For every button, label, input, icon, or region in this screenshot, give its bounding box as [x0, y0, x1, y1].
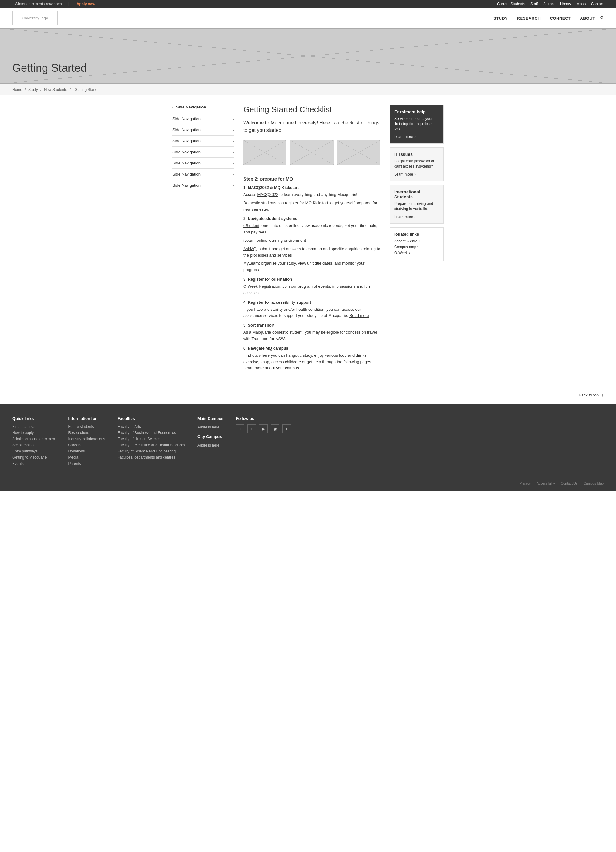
- international-students-panel: International Students Prepare for arriv…: [390, 185, 444, 224]
- related-link-oweek[interactable]: O-Week: [394, 251, 439, 255]
- international-students-text: Prepare for arriving and studying in Aus…: [394, 201, 439, 211]
- breadcrumb-sep1: /: [25, 88, 27, 92]
- contact-link[interactable]: Contact: [591, 2, 604, 6]
- sidebar-item-4-label: Side Navigation: [172, 150, 201, 154]
- footer-faculty-science[interactable]: Faculty of Science and Engineering: [117, 449, 185, 453]
- related-link-campus-map[interactable]: Campus map: [394, 245, 439, 249]
- current-students-link[interactable]: Current Students: [497, 2, 525, 6]
- footer-contact-us-link[interactable]: Contact Us: [561, 482, 578, 485]
- apply-now-link[interactable]: Apply now: [77, 2, 95, 6]
- footer-scholarships[interactable]: Scholarships: [12, 443, 56, 447]
- estudent-link[interactable]: eStudent: [243, 223, 259, 228]
- footer-faculty-human[interactable]: Faculty of Human Sciences: [117, 437, 185, 441]
- footer-faculty-business[interactable]: Faculty of Business and Economics: [117, 431, 185, 435]
- footer-faculty-medicine[interactable]: Faculty of Mediciine and Health Sciences: [117, 443, 185, 447]
- mq-kickstart-link[interactable]: MQ Kickstart: [305, 201, 328, 205]
- international-students-heading: International Students: [394, 189, 439, 199]
- main-content: Getting Started Checklist Welcome to Mac…: [243, 105, 380, 376]
- step-text-6-0: Find out where you can hangout, study, e…: [243, 352, 380, 372]
- oweek-reg-link[interactable]: O Week Registration: [243, 284, 280, 289]
- sidebar-item-3[interactable]: Side Navigation ›: [172, 136, 234, 147]
- sidebar-header[interactable]: ‹ Side Navigation: [172, 105, 234, 112]
- step2-title: Step 2: prepare for MQ: [243, 176, 380, 181]
- image-placeholder-2: [290, 140, 333, 165]
- step-item-title-3: 3. Register for orientation: [243, 277, 380, 281]
- related-links-heading: Related links: [394, 232, 439, 237]
- ilearn-link[interactable]: iLearn: [243, 238, 254, 243]
- sidebar-item-2[interactable]: Side Navigation ›: [172, 124, 234, 136]
- footer-entry-pathways[interactable]: Entry pathways: [12, 449, 56, 453]
- footer-media[interactable]: Media: [68, 455, 105, 459]
- sidebar-header-label: Side Navigation: [176, 105, 206, 109]
- sidebar-item-4[interactable]: Side Navigation ›: [172, 147, 234, 158]
- step-text-5-0: As a Macquarie domestic student, you may…: [243, 329, 380, 342]
- step-item-title-5: 5. Sort transport: [243, 323, 380, 328]
- step-text-3-0: O Week Registration: Join our program of…: [243, 283, 380, 296]
- footer-careers[interactable]: Careers: [68, 443, 105, 447]
- sidebar-item-1[interactable]: Side Navigation ›: [172, 113, 234, 124]
- nav-about[interactable]: ABOUT: [580, 16, 595, 21]
- nav-links: STUDY RESEARCH CONNECT ABOUT: [494, 16, 595, 21]
- footer-faculties: Faculties Faculty of Arts Faculty of Bus…: [117, 416, 185, 468]
- linkedin-icon[interactable]: in: [282, 424, 291, 433]
- related-link-accept[interactable]: Accept & enrol: [394, 239, 439, 243]
- breadcrumb-new-students[interactable]: New Students: [44, 88, 67, 92]
- sidebar-item-6[interactable]: Side Navigation ›: [172, 169, 234, 180]
- step-text-4-0: If you have a disability and/or health c…: [243, 307, 380, 319]
- social-icons: f t ▶ ◉ in: [236, 424, 291, 433]
- breadcrumb-sep2: /: [40, 88, 42, 92]
- sidebar-item-7[interactable]: Side Navigation ›: [172, 180, 234, 191]
- footer-industry[interactable]: Industry collaborations: [68, 437, 105, 441]
- sidebar-item-6-label: Side Navigation: [172, 172, 201, 177]
- footer-getting-to-mq[interactable]: Getting to Macquarie: [12, 455, 56, 459]
- footer-future-students[interactable]: Future students: [68, 424, 105, 429]
- youtube-icon[interactable]: ▶: [259, 424, 268, 433]
- nav-study[interactable]: STUDY: [494, 16, 508, 21]
- hero-image-placeholder: [0, 28, 616, 84]
- footer-how-to-apply[interactable]: How to apply: [12, 431, 56, 435]
- breadcrumb-home[interactable]: Home: [12, 88, 22, 92]
- step-item-title-1: 1. MACQ2022 & MQ Kickstart: [243, 185, 380, 190]
- step-item-title-6: 6. Navigate MQ campus: [243, 346, 380, 350]
- askmq-link[interactable]: AskMQ: [243, 246, 257, 251]
- twitter-icon[interactable]: t: [247, 424, 256, 433]
- mylearn-link[interactable]: MyLearn: [243, 261, 259, 266]
- footer-admissions[interactable]: Admissions and enrolment: [12, 437, 56, 441]
- footer-information-for: Information for Future students Research…: [68, 416, 105, 468]
- maps-link[interactable]: Maps: [577, 2, 586, 6]
- enrolment-help-link[interactable]: Learn more: [394, 134, 413, 139]
- footer-follow-us: Follow us f t ▶ ◉ in: [236, 416, 291, 468]
- chevron-intl-icon: ›: [414, 214, 416, 219]
- footer-accessibility-link[interactable]: Accessibility: [536, 482, 555, 485]
- footer-events[interactable]: Events: [12, 461, 56, 466]
- read-more-link[interactable]: Read more: [349, 313, 369, 318]
- facebook-icon[interactable]: f: [236, 424, 244, 433]
- footer-researchers[interactable]: Researchers: [68, 431, 105, 435]
- sidebar-item-5[interactable]: Side Navigation ›: [172, 158, 234, 169]
- footer-campus-map-link[interactable]: Campus Map: [584, 482, 604, 485]
- footer-faculty-all[interactable]: Faculties, departments and centres: [117, 455, 185, 459]
- footer-find-course[interactable]: Find a course: [12, 424, 56, 429]
- sidebar: ‹ Side Navigation Side Navigation › Side…: [172, 105, 234, 376]
- footer-main-campus-address: Address here: [198, 425, 219, 429]
- footer-follow-us-heading: Follow us: [236, 416, 291, 421]
- alumni-link[interactable]: Alumni: [543, 2, 555, 6]
- footer-parents[interactable]: Parents: [68, 461, 105, 466]
- macq2022-link[interactable]: MACQ2022: [258, 192, 278, 197]
- breadcrumb-study[interactable]: Study: [28, 88, 38, 92]
- nav-connect[interactable]: CONNECT: [550, 16, 571, 21]
- library-link[interactable]: Library: [560, 2, 571, 6]
- staff-link[interactable]: Staff: [530, 2, 538, 6]
- international-students-link[interactable]: Learn more: [394, 215, 413, 219]
- back-to-top[interactable]: Back to top ↑: [0, 386, 616, 404]
- image-placeholder-3: [337, 140, 380, 165]
- footer-faculty-arts[interactable]: Faculty of Arts: [117, 424, 185, 429]
- instagram-icon[interactable]: ◉: [271, 424, 279, 433]
- footer-privacy-link[interactable]: Privacy: [519, 482, 531, 485]
- it-issues-link[interactable]: Learn more: [394, 172, 413, 177]
- footer-donations[interactable]: Donations: [68, 449, 105, 453]
- utility-left: Winter enrolments now open | Apply now: [12, 2, 95, 6]
- search-icon[interactable]: ⚲: [600, 15, 604, 21]
- footer-grid: Quick links Find a course How to apply A…: [12, 416, 604, 468]
- nav-research[interactable]: RESEARCH: [517, 16, 541, 21]
